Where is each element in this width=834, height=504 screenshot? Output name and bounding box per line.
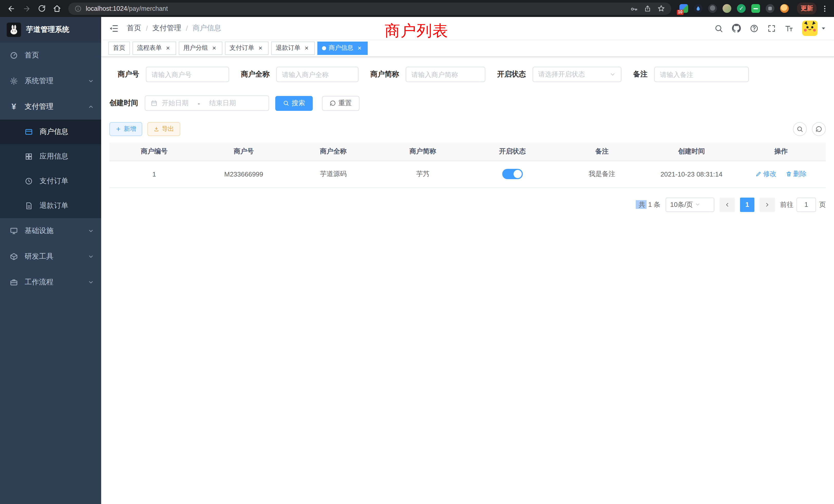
password-key-icon[interactable]: [630, 5, 638, 12]
menu-label: 研发工具: [25, 252, 88, 261]
close-icon[interactable]: ×: [303, 44, 310, 51]
filter-remark: 备注: [633, 67, 749, 82]
browser-profile-avatar[interactable]: [780, 4, 789, 13]
tab-merchant-info[interactable]: 商户信息 ×: [317, 41, 368, 55]
column-header-actions: 操作: [736, 143, 826, 161]
help-icon[interactable]: [750, 24, 759, 32]
chevron-up-icon: [88, 104, 94, 110]
breadcrumb-payment[interactable]: 支付管理: [153, 24, 181, 33]
merchant-card-icon: [25, 128, 33, 136]
close-icon[interactable]: ×: [356, 44, 363, 51]
extensions-cluster: 10 ✓: [679, 4, 789, 13]
dashboard-icon: [10, 51, 18, 60]
column-header-id: 商户编号: [109, 143, 199, 161]
browser-update-button[interactable]: 更新: [797, 3, 816, 14]
url-bar[interactable]: localhost:1024/pay/merchant: [68, 2, 671, 15]
close-icon[interactable]: ×: [164, 44, 172, 51]
prev-page-button[interactable]: [720, 197, 735, 212]
share-icon[interactable]: [644, 5, 651, 12]
cell-merchant-no: M233666999: [199, 161, 289, 187]
browser-nav-buttons: [7, 4, 61, 13]
column-header-full-name: 商户全称: [289, 143, 378, 161]
search-button[interactable]: 搜索: [275, 96, 313, 111]
box-icon: [10, 253, 18, 261]
back-icon[interactable]: [7, 4, 16, 13]
export-button[interactable]: 导出: [147, 122, 180, 136]
breadcrumb-current: 商户信息: [193, 24, 221, 33]
font-size-icon[interactable]: [785, 24, 793, 32]
filter-create-time: 创建时间 开始日期 - 结束日期: [109, 95, 269, 111]
sidebar-item-infrastructure[interactable]: 基础设施: [0, 218, 101, 244]
drop-extension-icon[interactable]: [694, 4, 703, 13]
tab-user-group[interactable]: 用户分组 ×: [179, 41, 222, 55]
filter-merchant-name: 商户全称: [241, 67, 358, 82]
merchant-no-input[interactable]: [152, 71, 223, 78]
breadcrumb-home[interactable]: 首页: [127, 24, 141, 33]
reload-icon[interactable]: [38, 5, 46, 12]
logo-image: [7, 23, 21, 37]
bookmark-star-icon[interactable]: [657, 5, 665, 12]
toggle-search-icon[interactable]: [793, 122, 807, 136]
check-extension-icon[interactable]: ✓: [737, 4, 746, 13]
puzzle-extension-icon[interactable]: [766, 4, 774, 13]
forward-icon[interactable]: [23, 4, 31, 13]
sidebar-item-app-info[interactable]: 应用信息: [0, 144, 101, 169]
sidebar-item-home[interactable]: 首页: [0, 43, 101, 68]
status-toggle[interactable]: [502, 169, 523, 179]
search-icon[interactable]: [714, 24, 723, 32]
add-button-label: 新增: [124, 125, 136, 134]
sidebar-collapse-icon[interactable]: [109, 23, 118, 33]
sidebar-item-refund-order[interactable]: 退款订单: [0, 193, 101, 218]
status-select[interactable]: 请选择开启状态: [532, 67, 621, 82]
sidebar-item-dev-tools[interactable]: 研发工具: [0, 244, 101, 270]
top-navbar: 首页 / 支付管理 / 商户信息: [101, 17, 834, 40]
sidebar-item-payment[interactable]: ¥ 支付管理: [0, 94, 101, 120]
merchant-name-input-wrap: [276, 67, 358, 82]
home-icon[interactable]: [53, 4, 61, 13]
remark-input[interactable]: [660, 71, 743, 78]
merchant-name-input[interactable]: [282, 71, 353, 78]
edit-button[interactable]: 修改: [755, 169, 776, 179]
date-range-picker[interactable]: 开始日期 - 结束日期: [145, 95, 269, 111]
tab-label: 流程表单: [137, 44, 162, 52]
site-info-icon[interactable]: [74, 5, 82, 12]
tab-pay-order[interactable]: 支付订单 ×: [225, 41, 269, 55]
search-button-label: 搜索: [292, 98, 305, 108]
close-icon[interactable]: ×: [211, 44, 218, 51]
app-logo[interactable]: 芋道管理系统: [0, 17, 101, 43]
sidebar-item-workflow[interactable]: 工作流程: [0, 270, 101, 295]
tab-refund-order[interactable]: 退款订单 ×: [271, 41, 315, 55]
page-number-button[interactable]: 1: [740, 197, 754, 212]
merchant-short-name-input[interactable]: [411, 71, 480, 78]
next-page-button[interactable]: [760, 197, 775, 212]
refresh-icon[interactable]: [812, 122, 826, 136]
sidebar-item-merchant-info[interactable]: 商户信息: [0, 120, 101, 144]
sidebar-item-pay-order[interactable]: 支付订单: [0, 169, 101, 193]
total-suffix: 条: [654, 201, 660, 208]
fullscreen-icon[interactable]: [767, 24, 776, 32]
browser-menu-icon[interactable]: [821, 4, 829, 13]
tab-label: 支付订单: [229, 44, 254, 52]
breadcrumb-separator: /: [146, 24, 148, 32]
close-icon[interactable]: ×: [257, 44, 264, 51]
github-icon[interactable]: [732, 24, 741, 33]
delete-button[interactable]: 删除: [786, 169, 807, 179]
dark-circle-extension-icon[interactable]: [708, 4, 717, 13]
page-size-select[interactable]: 10条/页: [665, 197, 714, 212]
sidebar-item-system[interactable]: 系统管理: [0, 68, 101, 94]
tab-process-form[interactable]: 流程表单 ×: [132, 41, 176, 55]
extension-grid-icon[interactable]: 10: [679, 4, 688, 13]
note-extension-icon: [753, 8, 758, 9]
goto-page-input[interactable]: [796, 197, 816, 212]
avatar-extension-icon[interactable]: [723, 4, 731, 13]
pagination: 共 1 条 10条/页 1 前往 页: [109, 197, 826, 212]
tab-home[interactable]: 首页: [108, 41, 130, 55]
date-separator: -: [198, 99, 200, 107]
filter-merchant-no: 商户号: [117, 67, 229, 82]
cell-merchant-id: 1: [109, 161, 199, 187]
reset-button[interactable]: 重置: [322, 96, 359, 111]
table-row: 1 M233666999 芋道源码 芋艿 我是备注 2021-10-23 08:…: [109, 161, 826, 187]
user-dropdown[interactable]: [802, 21, 826, 36]
add-button[interactable]: 新增: [109, 122, 142, 136]
chevron-down-icon: [88, 254, 94, 260]
